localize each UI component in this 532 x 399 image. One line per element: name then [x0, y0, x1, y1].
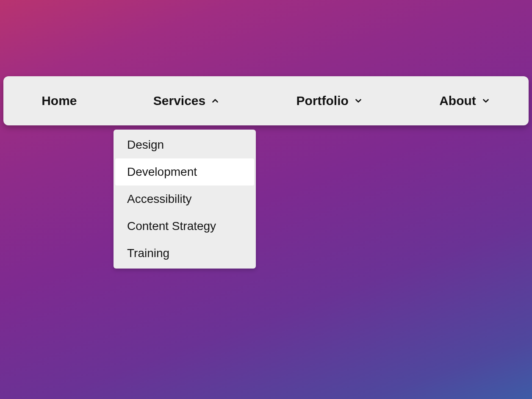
navbar: Home Services Portfolio About	[3, 76, 529, 125]
nav-item-services[interactable]: Services	[145, 89, 228, 112]
chevron-up-icon	[211, 96, 220, 105]
services-dropdown: Design Development Accessibility Content…	[114, 130, 256, 269]
nav-item-home[interactable]: Home	[33, 89, 85, 112]
dropdown-item-label: Training	[127, 247, 169, 260]
chevron-down-icon	[354, 96, 363, 105]
dropdown-item-accessibility[interactable]: Accessibility	[115, 186, 254, 213]
chevron-down-icon	[481, 96, 490, 105]
dropdown-item-label: Accessibility	[127, 192, 191, 205]
nav-item-about[interactable]: About	[431, 89, 499, 112]
dropdown-item-content-strategy[interactable]: Content Strategy	[115, 213, 254, 240]
nav-label: About	[439, 94, 476, 108]
dropdown-item-design[interactable]: Design	[115, 131, 254, 158]
nav-item-portfolio[interactable]: Portfolio	[288, 89, 371, 112]
dropdown-item-label: Content Strategy	[127, 219, 216, 233]
nav-label: Services	[153, 94, 205, 108]
nav-label: Home	[42, 94, 77, 108]
dropdown-item-training[interactable]: Training	[115, 240, 254, 267]
dropdown-item-label: Design	[127, 138, 164, 151]
nav-label: Portfolio	[296, 94, 349, 108]
dropdown-item-label: Development	[127, 165, 197, 178]
dropdown-item-development[interactable]: Development	[115, 158, 254, 186]
